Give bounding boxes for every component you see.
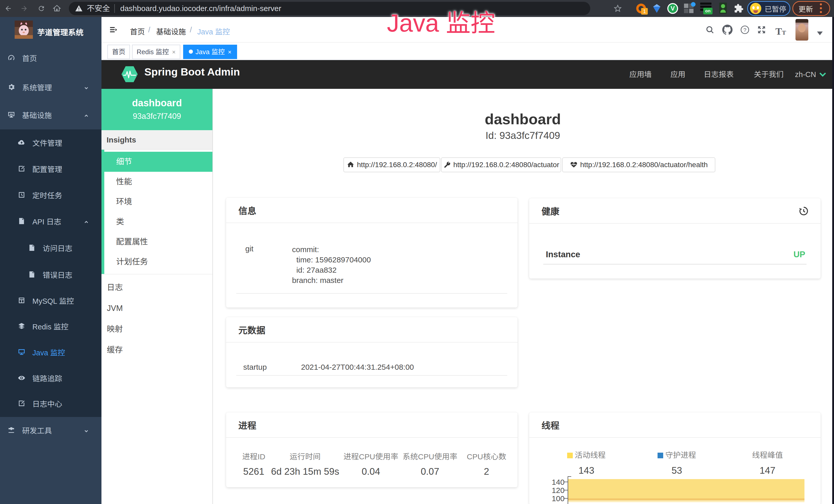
svg-text:?: ? (743, 27, 746, 33)
